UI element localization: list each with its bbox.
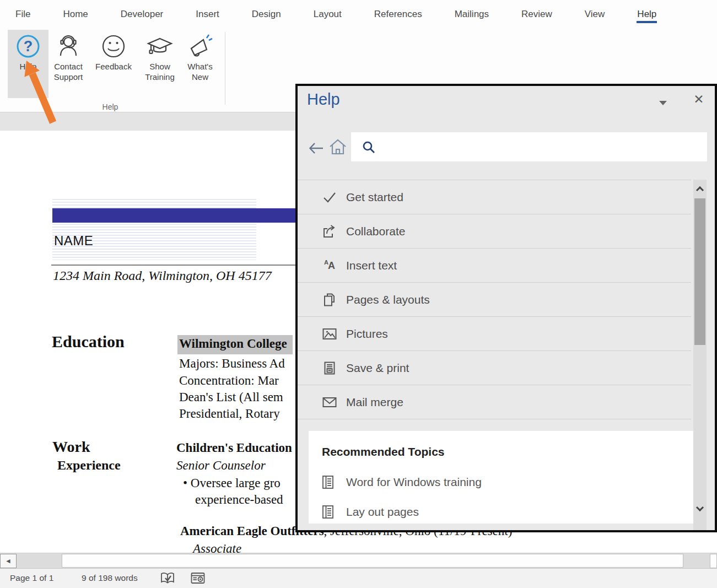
tab-view[interactable]: View: [584, 6, 606, 23]
tab-help[interactable]: Help: [637, 6, 657, 23]
pane-close-button[interactable]: ✕: [691, 91, 707, 107]
work-bullet-line1: • Oversee large gro: [183, 476, 281, 490]
education-line: Majors: Business Ad: [179, 357, 285, 371]
help-pane-title: Help: [307, 90, 340, 109]
ribbon-group-label: Help: [0, 103, 220, 111]
work-heading-line1: Work: [52, 438, 90, 456]
help-item-collaborate[interactable]: Collaborate: [298, 214, 691, 249]
tab-references[interactable]: References: [374, 6, 423, 23]
scroll-left-arrow[interactable]: ◄: [0, 554, 17, 568]
envelope-icon: [322, 396, 337, 408]
ribbon-tab-bar: File Home Developer Insert Design Layout…: [0, 0, 717, 29]
pages-icon: [322, 293, 337, 307]
tab-layout[interactable]: Layout: [313, 6, 342, 23]
scroll-up-arrow[interactable]: [693, 180, 707, 197]
help-item-label: Collaborate: [346, 225, 405, 238]
page-count-status[interactable]: Page 1 of 1: [10, 573, 53, 583]
close-icon: ✕: [693, 92, 704, 107]
proofing-check-icon[interactable]: [160, 572, 175, 587]
chevron-up-icon: [696, 186, 704, 194]
article-icon: [322, 505, 334, 519]
chevron-down-icon: [659, 101, 667, 105]
help-item-label: Mail merge: [346, 396, 403, 409]
help-item-label: Get started: [346, 191, 403, 204]
back-arrow-icon: [308, 141, 325, 155]
recommended-topics-card: Recommended Topics Word for Windows trai…: [309, 431, 693, 524]
work-heading-line2: Experience: [57, 458, 121, 473]
show-training-button[interactable]: Show Training: [139, 30, 181, 98]
contact-support-label: Contact Support: [48, 61, 88, 82]
ribbon-group-separator: [225, 32, 225, 105]
word-count-status[interactable]: 9 of 198 words: [82, 573, 138, 583]
tab-design[interactable]: Design: [251, 6, 282, 23]
help-item-label: Pages & layouts: [346, 293, 430, 306]
horizontal-scrollbar[interactable]: ◄: [0, 553, 717, 568]
smiley-icon: [101, 33, 126, 60]
svg-text:?: ?: [24, 38, 33, 55]
topic-word-training[interactable]: Word for Windows training: [322, 475, 482, 489]
education-college-highlighted: Wilmington College: [177, 335, 293, 354]
tab-mailings[interactable]: Mailings: [454, 6, 489, 23]
pane-options-button[interactable]: [657, 98, 669, 108]
topic-label: Lay out pages: [346, 505, 419, 519]
pane-vertical-scrollbar[interactable]: [693, 180, 707, 530]
help-item-pages-layouts[interactable]: Pages & layouts: [298, 283, 691, 317]
help-item-pictures[interactable]: Pictures: [298, 317, 691, 351]
education-heading: Education: [52, 332, 125, 351]
contact-support-button[interactable]: Contact Support: [48, 30, 88, 98]
macro-record-icon[interactable]: [191, 572, 205, 586]
search-input[interactable]: [375, 132, 707, 161]
search-box: [351, 132, 707, 161]
resume-address: 1234 Main Road, Wilmington, OH 45177: [53, 268, 272, 283]
home-button[interactable]: [328, 138, 347, 158]
feedback-button[interactable]: Feedback: [89, 30, 138, 98]
feedback-label: Feedback: [95, 61, 132, 72]
text-aa-icon: AA: [322, 259, 337, 272]
show-training-label: Show Training: [139, 61, 181, 82]
help-item-label: Save & print: [346, 362, 409, 375]
tab-insert[interactable]: Insert: [195, 6, 220, 23]
pane-scrollbar-thumb[interactable]: [694, 198, 705, 345]
help-pane: Help ✕ Get start: [295, 84, 717, 532]
help-item-save-print[interactable]: Save & print: [298, 351, 691, 385]
help-item-insert-text[interactable]: AA Insert text: [298, 249, 691, 283]
work-title1: Senior Counselor: [176, 458, 266, 473]
graduation-cap-icon: [147, 33, 173, 60]
education-line: Concentration: Mar: [179, 374, 279, 388]
work-employer1: Children's Education: [176, 441, 292, 455]
help-question-icon: ?: [15, 33, 41, 60]
topic-label: Word for Windows training: [346, 476, 482, 489]
article-icon: [322, 475, 334, 489]
scroll-down-arrow[interactable]: [693, 500, 707, 518]
back-button[interactable]: [308, 141, 325, 158]
education-line: Presidential, Rotary: [179, 407, 280, 421]
help-topic-list: Get started Collaborate AA Insert text: [298, 180, 691, 419]
horizontal-scrollbar-thumb[interactable]: [62, 554, 683, 568]
picture-icon: [322, 327, 337, 341]
tab-review[interactable]: Review: [521, 6, 553, 23]
scroll-right-arrow[interactable]: [710, 554, 717, 568]
resume-divider-line: [51, 265, 309, 266]
topic-lay-out-pages[interactable]: Lay out pages: [322, 505, 419, 519]
recommended-topics-heading: Recommended Topics: [322, 445, 445, 458]
help-item-get-started[interactable]: Get started: [298, 180, 691, 214]
megaphone-icon: [187, 33, 213, 60]
resume-name: NAME: [54, 233, 93, 249]
headset-person-icon: [56, 33, 81, 60]
save-print-icon: [322, 361, 337, 375]
education-line: Dean's List (All sem: [179, 390, 283, 404]
tab-developer[interactable]: Developer: [120, 6, 164, 23]
tab-home[interactable]: Home: [62, 6, 88, 23]
search-icon: [362, 141, 375, 154]
check-icon: [322, 191, 337, 204]
help-item-mail-merge[interactable]: Mail merge: [298, 385, 691, 419]
tab-file[interactable]: File: [15, 6, 31, 23]
whats-new-label: What's New: [181, 61, 219, 82]
chevron-down-icon: [696, 504, 704, 511]
status-bar: Page 1 of 1 9 of 198 words: [0, 568, 717, 588]
home-icon: [328, 138, 347, 155]
share-icon: [322, 224, 337, 239]
whats-new-button[interactable]: What's New: [181, 30, 219, 98]
word-window: File Home Developer Insert Design Layout…: [0, 0, 717, 588]
help-item-label: Insert text: [346, 259, 397, 272]
